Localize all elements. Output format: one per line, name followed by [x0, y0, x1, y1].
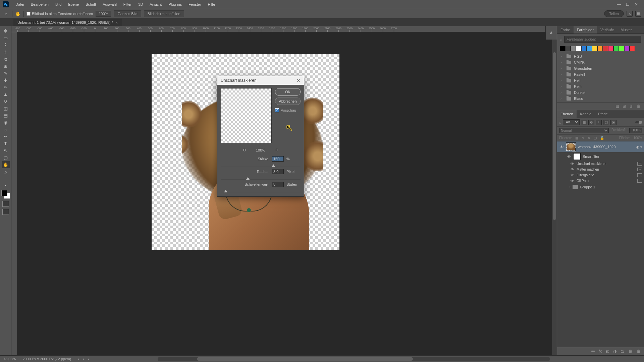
chevron-right-icon[interactable]: ›: [560, 54, 564, 58]
dialog-preview[interactable]: [221, 88, 272, 143]
filter-pixel-icon[interactable]: ▦: [581, 120, 587, 125]
blend-mode-select[interactable]: Normal: [559, 128, 609, 133]
new-swatch-icon[interactable]: 🗎: [629, 104, 633, 109]
cancel-button[interactable]: Abbrechen: [275, 98, 301, 105]
gradient-tool-icon[interactable]: ▤: [2, 112, 10, 119]
filter-blend-icon[interactable]: ↔: [637, 179, 642, 183]
tab-muster[interactable]: Muster: [617, 26, 635, 34]
menu-fenster[interactable]: Fenster: [185, 2, 204, 6]
hand-tool-icon-selected[interactable]: ✋: [2, 161, 10, 168]
path-select-tool-icon[interactable]: ↖: [2, 147, 10, 154]
menu-3d[interactable]: 3D: [135, 2, 146, 6]
preview-checkbox[interactable]: ✓ Vorschau: [275, 108, 301, 112]
filter-mask-thumb[interactable]: [573, 153, 581, 160]
swatch[interactable]: [560, 46, 565, 51]
threshold-slider[interactable]: [221, 188, 301, 192]
layer-thumb[interactable]: ▣: [566, 142, 576, 151]
swatch-folder[interactable]: ›RGB: [557, 53, 644, 59]
shape-tool-icon[interactable]: ▢: [2, 154, 10, 161]
lock-artboard-icon[interactable]: ▢: [594, 136, 597, 140]
dodge-tool-icon[interactable]: ☼: [2, 126, 10, 133]
new-group-icon[interactable]: 🗀: [621, 349, 625, 354]
swatch[interactable]: [603, 46, 608, 51]
zoom-value[interactable]: 100%: [96, 11, 111, 17]
swatch[interactable]: [597, 46, 603, 51]
type-tool-icon[interactable]: T: [2, 140, 10, 147]
swatch-folder[interactable]: ›Pastell: [557, 71, 644, 77]
amount-slider[interactable]: [221, 163, 301, 167]
swatch[interactable]: [624, 46, 630, 51]
menu-ebene[interactable]: Ebene: [65, 2, 82, 6]
filter-smart-icon[interactable]: ▣: [610, 120, 616, 125]
quickmask-icon[interactable]: [2, 201, 9, 207]
fill-screen-button[interactable]: Bildschirm ausfüllen: [144, 10, 184, 17]
filter-blend-icon[interactable]: ↔: [637, 173, 642, 177]
eyedropper-tool-icon[interactable]: ✎: [2, 70, 10, 77]
filter-kind-select[interactable]: Art: [563, 119, 580, 125]
swatch-folder[interactable]: ›Blass: [557, 96, 644, 102]
swatch[interactable]: [576, 46, 581, 51]
layer-group[interactable]: 👁 › Gruppe 1: [557, 184, 644, 190]
search-icon[interactable]: ⌕: [627, 11, 633, 17]
tab-verlaeufe[interactable]: Verläufe: [597, 26, 617, 34]
close-tab-icon[interactable]: ×: [116, 20, 118, 24]
new-layer-icon[interactable]: 🗎: [629, 349, 633, 354]
dialog-titlebar[interactable]: Unscharf maskieren ✕: [217, 76, 304, 85]
tab-pfade[interactable]: Pfade: [595, 110, 611, 118]
lock-pixels-icon[interactable]: ✎: [582, 136, 584, 140]
status-nav-icons[interactable]: › ‹ ›: [78, 357, 90, 361]
lock-position-icon[interactable]: ✥: [588, 136, 590, 140]
radius-slider[interactable]: [221, 176, 301, 180]
visibility-toggle[interactable]: 👁: [570, 179, 575, 183]
chevron-right-icon[interactable]: ›: [560, 72, 564, 76]
viewport[interactable]: Unscharf maskieren ✕ OK Abbrechen ✓ Vors…: [17, 32, 557, 355]
lasso-tool-icon[interactable]: ⌇: [2, 42, 10, 49]
screenmode-icon[interactable]: [2, 209, 9, 215]
menu-filter[interactable]: Filter: [120, 2, 135, 6]
fit-whole-button[interactable]: Ganzes Bild: [114, 10, 141, 17]
filter-adjust-icon[interactable]: ◐: [588, 120, 594, 125]
chevron-right-icon[interactable]: ›: [560, 78, 564, 82]
chevron-right-icon[interactable]: ›: [560, 97, 564, 101]
radius-input[interactable]: [272, 169, 284, 174]
color-swatch[interactable]: [1, 190, 10, 199]
scrollbar-horizontal[interactable]: [158, 357, 550, 361]
swatch-folder[interactable]: ›Dunkel: [557, 89, 644, 96]
chevron-right-icon[interactable]: ›: [560, 90, 564, 95]
fill-value[interactable]: 100%: [633, 136, 642, 140]
swatch[interactable]: [592, 46, 597, 51]
filter-blend-icon[interactable]: ↔: [637, 168, 642, 171]
swatch[interactable]: [581, 46, 587, 51]
document-tab[interactable]: Unbenannt-1 bei 73,1% (woman-1439909_192…: [13, 19, 122, 26]
swatch-folder[interactable]: ›Hell: [557, 77, 644, 83]
menu-schrift[interactable]: Schrift: [82, 2, 99, 6]
frame-tool-icon[interactable]: ⊞: [2, 63, 10, 70]
amount-input[interactable]: [272, 156, 284, 162]
opacity-value[interactable]: 100%: [629, 128, 642, 133]
menu-bild[interactable]: Bild: [52, 2, 65, 6]
layer-effects-icons[interactable]: ◐ ▾: [636, 145, 642, 149]
maximize-icon[interactable]: ☐: [626, 2, 630, 7]
swatch-search-input[interactable]: [564, 36, 641, 43]
menu-auswahl[interactable]: Auswahl: [99, 2, 120, 6]
visibility-toggle[interactable]: 👁: [567, 155, 571, 159]
dialog-close-icon[interactable]: ✕: [297, 78, 301, 83]
filter-type-icon[interactable]: T: [596, 120, 602, 125]
crop-tool-icon[interactable]: ⧉: [2, 56, 10, 63]
marquee-tool-icon[interactable]: ▭: [2, 35, 10, 42]
swatch[interactable]: [565, 46, 571, 51]
link-layers-icon[interactable]: ⚯: [591, 349, 595, 354]
close-icon[interactable]: ✕: [635, 2, 638, 7]
swatch[interactable]: [571, 46, 576, 51]
status-zoom[interactable]: 73,08%: [3, 357, 16, 361]
edit-toolbar-icon[interactable]: ⋰: [2, 182, 10, 189]
lock-transparent-icon[interactable]: ▦: [575, 136, 578, 140]
swatch[interactable]: [630, 46, 635, 51]
delete-layer-icon[interactable]: 🗑: [637, 349, 641, 354]
visibility-toggle[interactable]: 👁: [570, 173, 575, 177]
toolbar-more-icon[interactable]: ⋯: [3, 177, 8, 182]
menu-datei[interactable]: Datei: [12, 2, 28, 6]
filter-toggle[interactable]: [635, 120, 642, 124]
type-panel-icon[interactable]: A: [548, 29, 555, 36]
brush-tool-icon[interactable]: ✏: [2, 84, 10, 91]
